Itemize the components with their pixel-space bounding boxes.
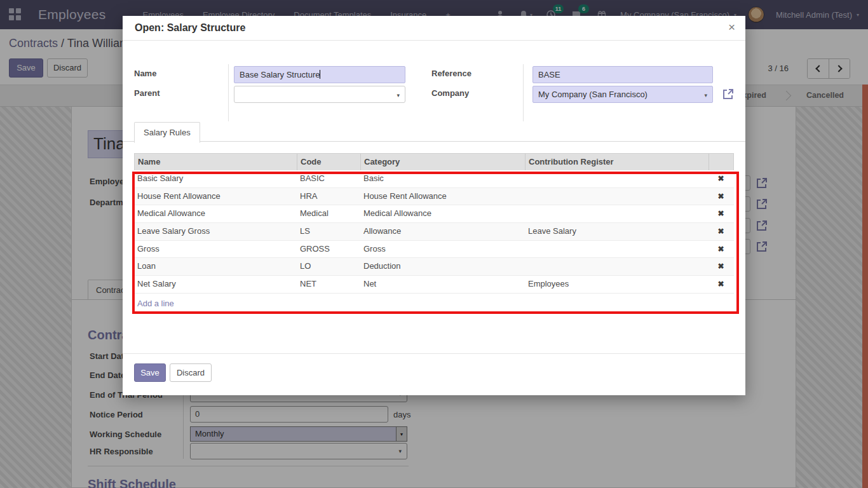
delete-row-icon[interactable]: ✖: [717, 192, 724, 201]
table-header-row: Name Code Category Contribution Register: [134, 153, 734, 170]
table-row[interactable]: Medical Allowance Medical Medical Allowa…: [134, 205, 734, 223]
caret-down-icon: ▾: [397, 92, 400, 98]
cell-category[interactable]: Net: [360, 276, 525, 293]
cell-name[interactable]: Basic Salary: [134, 170, 297, 187]
modal-footer-divider: [123, 353, 745, 354]
cell-code[interactable]: Medical: [297, 205, 360, 222]
table-row[interactable]: Loan LO Deduction ✖: [134, 258, 734, 276]
tab-salary-rules[interactable]: Salary Rules: [134, 122, 200, 143]
column-header-name[interactable]: Name: [135, 154, 297, 170]
cell-register[interactable]: [525, 205, 709, 222]
table-row[interactable]: Basic Salary BASIC Basic ✖: [134, 170, 734, 188]
delete-row-icon[interactable]: ✖: [717, 280, 724, 288]
cell-register[interactable]: [525, 188, 709, 205]
company-dropdown-value: My Company (San Francisco): [538, 90, 648, 99]
salary-rules-table: Name Code Category Contribution Register…: [134, 153, 734, 311]
reference-input[interactable]: BASE: [532, 66, 713, 83]
field-column-divider: [228, 64, 229, 121]
table-row[interactable]: Gross GROSS Gross ✖: [134, 241, 734, 259]
delete-row-icon[interactable]: ✖: [717, 209, 724, 218]
caret-down-icon: ▾: [704, 92, 707, 98]
add-a-line-link[interactable]: Add a line: [137, 299, 174, 308]
cell-name[interactable]: Gross: [134, 241, 297, 258]
cell-code[interactable]: GROSS: [297, 241, 360, 258]
delete-row-icon[interactable]: ✖: [717, 262, 724, 271]
cell-category[interactable]: House Rent Allowance: [360, 188, 525, 205]
cell-code[interactable]: NET: [297, 276, 360, 293]
name-label: Name: [134, 69, 156, 78]
reference-label: Reference: [431, 69, 471, 78]
company-label: Company: [431, 88, 469, 98]
column-header-register[interactable]: Contribution Register: [526, 154, 709, 170]
cell-register[interactable]: [525, 241, 709, 258]
salary-structure-modal: Open: Salary Structure × Name Parent Ref…: [123, 16, 745, 395]
external-link-icon[interactable]: [722, 88, 735, 100]
cell-category[interactable]: Deduction: [360, 258, 525, 275]
cell-category[interactable]: Medical Allowance: [360, 205, 525, 222]
cell-category[interactable]: Allowance: [360, 223, 525, 240]
modal-tab-strip-line: [123, 141, 745, 142]
column-header-category[interactable]: Category: [361, 154, 526, 170]
cell-name[interactable]: Leave Salary Gross: [134, 223, 297, 240]
cell-code[interactable]: LO: [297, 258, 360, 275]
cell-name[interactable]: House Rent Allowance: [134, 188, 297, 205]
add-line-row: Add a line: [134, 294, 734, 311]
cell-category[interactable]: Basic: [360, 170, 525, 187]
parent-label: Parent: [134, 88, 159, 98]
delete-row-icon[interactable]: ✖: [717, 174, 724, 183]
modal-title: Open: Salary Structure: [135, 22, 245, 34]
modal-save-button[interactable]: Save: [134, 363, 166, 382]
cell-register[interactable]: [525, 170, 709, 187]
table-row[interactable]: House Rent Allowance HRA House Rent Allo…: [134, 188, 734, 206]
parent-dropdown[interactable]: ▾: [234, 86, 405, 103]
cell-category[interactable]: Gross: [360, 241, 525, 258]
close-icon[interactable]: ×: [728, 21, 735, 34]
cell-register[interactable]: Leave Salary: [525, 223, 709, 240]
company-dropdown[interactable]: My Company (San Francisco) ▾: [532, 86, 713, 103]
reference-input-value: BASE: [538, 70, 560, 79]
cell-code[interactable]: LS: [297, 223, 360, 240]
delete-row-icon[interactable]: ✖: [717, 227, 724, 236]
column-header-code[interactable]: Code: [297, 154, 361, 170]
column-header-actions: [709, 154, 733, 170]
cell-name[interactable]: Medical Allowance: [134, 205, 297, 222]
field-column-divider: [523, 64, 524, 121]
cell-code[interactable]: BASIC: [297, 170, 360, 187]
cell-name[interactable]: Loan: [134, 258, 297, 275]
delete-row-icon[interactable]: ✖: [717, 245, 724, 254]
cell-code[interactable]: HRA: [297, 188, 360, 205]
cell-register[interactable]: Employees: [525, 276, 709, 293]
modal-header: Open: Salary Structure ×: [123, 16, 745, 41]
annotation-red-strip: [862, 85, 868, 488]
text-cursor: [320, 70, 320, 79]
table-row[interactable]: Net Salary NET Net Employees ✖: [134, 276, 734, 294]
cell-name[interactable]: Net Salary: [134, 276, 297, 293]
modal-discard-button[interactable]: Discard: [170, 363, 212, 382]
cell-register[interactable]: [525, 258, 709, 275]
name-input[interactable]: Base Salary Structure: [234, 66, 405, 83]
name-input-value: Base Salary Structure: [240, 70, 320, 79]
screen: Employees Employees Employee Directory D…: [0, 0, 868, 488]
table-row[interactable]: Leave Salary Gross LS Allowance Leave Sa…: [134, 223, 734, 241]
